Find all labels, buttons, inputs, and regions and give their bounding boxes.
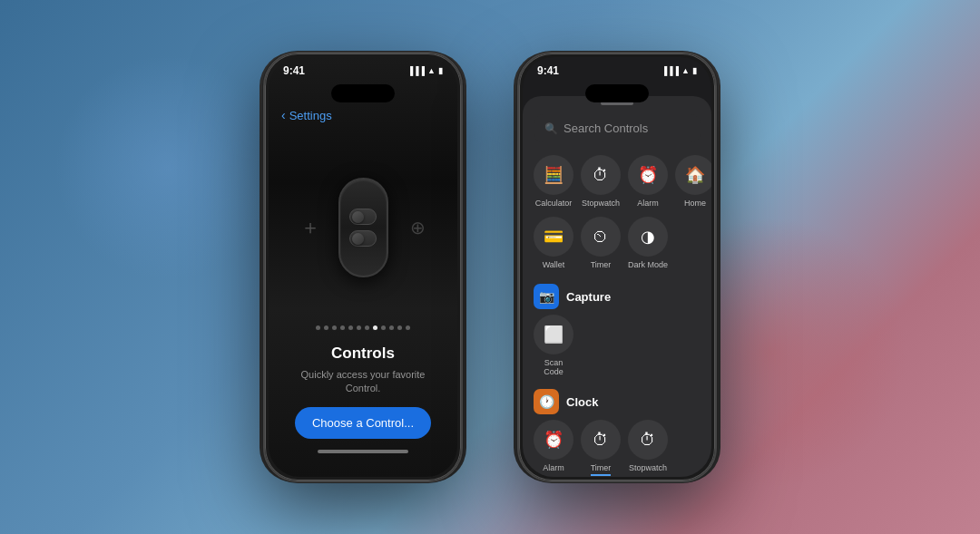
phones-wrapper: 9:41 ▐▐▐ ▲ ▮ ‹ Settings ＋	[0, 0, 980, 534]
right-time: 9:41	[537, 64, 559, 77]
dot-4	[340, 325, 345, 330]
alarm-clock-label: Alarm	[543, 463, 564, 472]
timer-label: Timer	[591, 260, 612, 269]
home-icon: 🏠	[675, 155, 711, 195]
controls-title: Controls	[287, 345, 439, 363]
dot-3	[332, 325, 337, 330]
control-pill	[338, 178, 388, 277]
right-iphone: 9:41 ▐▐▐ ▲ ▮ ‹ Settings 🔍	[517, 52, 717, 482]
bottom-sheet: 🔍 Search Controls 🧮 Calculator ⏱ Stopwat…	[523, 96, 711, 477]
capture-grid: ⬜ Scan Code	[523, 315, 711, 384]
clock-section-label: Clock	[566, 395, 598, 409]
toggle-icon-2	[349, 230, 377, 247]
dot-5	[348, 325, 353, 330]
left-iphone: 9:41 ▐▐▐ ▲ ▮ ‹ Settings ＋	[263, 52, 463, 482]
controls-grid-row2: 💳 Wallet ⏲ Timer ◑ Dark Mode	[523, 217, 711, 278]
calculator-icon: 🧮	[534, 155, 573, 195]
capture-section-header: 📷 Capture	[523, 278, 711, 315]
clock-section-header: 🕐 Clock	[523, 384, 711, 420]
ctrl-wallet[interactable]: 💳 Wallet	[534, 217, 573, 269]
power-button-right	[716, 126, 717, 180]
stopwatch-label: Stopwatch	[582, 199, 620, 208]
scan-code-icon: ⬜	[534, 315, 573, 354]
right-screen: 9:41 ▐▐▐ ▲ ▮ ‹ Settings 🔍	[523, 57, 711, 477]
home-label: Home	[684, 199, 706, 208]
capture-section-label: Capture	[566, 290, 611, 304]
ctrl-alarm-clock[interactable]: ⏰ Alarm	[534, 420, 573, 476]
search-placeholder-text: Search Controls	[564, 121, 648, 135]
back-chevron-left: ‹	[281, 108, 286, 122]
dot-9	[381, 325, 386, 330]
battery-icon-right: ▮	[692, 66, 697, 75]
controls-grid-row1: 🧮 Calculator ⏱ Stopwatch ⏰ Alarm 🏠 Home	[523, 155, 711, 217]
left-screen: 9:41 ▐▐▐ ▲ ▮ ‹ Settings ＋	[269, 57, 457, 477]
stopwatch-clock-icon: ⏱	[628, 420, 668, 460]
alarm-clock-icon: ⏰	[534, 420, 573, 460]
right-status-bar: 9:41 ▐▐▐ ▲ ▮	[523, 57, 711, 81]
stopwatch-icon: ⏱	[581, 155, 621, 195]
timer-clock-label: Timer	[591, 463, 612, 476]
wifi-icon: ▲	[427, 66, 436, 75]
dynamic-island-right	[585, 84, 649, 102]
search-bar[interactable]: 🔍 Search Controls	[534, 114, 701, 142]
dot-7	[365, 325, 369, 330]
dot-8-active	[373, 325, 377, 330]
ctrl-timer-clock[interactable]: ⏱ Timer	[581, 420, 621, 476]
battery-icon: ▮	[438, 66, 443, 75]
left-status-icons: ▐▐▐ ▲ ▮	[407, 66, 443, 75]
dark-mode-label: Dark Mode	[628, 260, 668, 269]
back-label-left: Settings	[289, 109, 332, 122]
left-time: 9:41	[283, 64, 305, 77]
choose-control-button[interactable]: Choose a Control...	[295, 407, 431, 439]
left-home-indicator	[318, 450, 408, 453]
capture-section-icon: 📷	[534, 284, 559, 309]
dark-mode-icon: ◑	[628, 217, 668, 257]
dot-6	[357, 325, 361, 330]
alarm-label: Alarm	[637, 199, 659, 208]
left-nav[interactable]: ‹ Settings	[269, 102, 457, 128]
ctrl-timer[interactable]: ⏲ Timer	[581, 217, 621, 269]
plus-icon[interactable]: ＋	[300, 214, 320, 241]
dynamic-island-left	[331, 84, 395, 102]
toggle-icon	[349, 209, 377, 225]
ctrl-stopwatch[interactable]: ⏱ Stopwatch	[581, 155, 621, 208]
ctrl-calculator[interactable]: 🧮 Calculator	[534, 155, 573, 208]
left-status-bar: 9:41 ▐▐▐ ▲ ▮	[269, 57, 457, 81]
ctrl-scan-code[interactable]: ⬜ Scan Code	[534, 315, 573, 376]
search-icon: 🔍	[544, 122, 558, 135]
controls-subtitle: Quickly access your favorite Control.	[287, 368, 439, 396]
timer-clock-icon: ⏱	[581, 420, 621, 460]
signal-icon-right: ▐▐▐	[662, 66, 679, 75]
scan-code-label: Scan Code	[534, 358, 573, 376]
alarm-icon: ⏰	[628, 155, 668, 195]
ctrl-home[interactable]: 🏠 Home	[675, 155, 711, 208]
dot-11	[397, 325, 402, 330]
calculator-label: Calculator	[535, 199, 573, 208]
power-button	[462, 126, 463, 180]
layers-icon[interactable]: ⊕	[410, 217, 426, 238]
ctrl-dark-mode[interactable]: ◑ Dark Mode	[628, 217, 668, 269]
ctrl-empty	[675, 217, 701, 269]
signal-icon: ▐▐▐	[407, 66, 425, 75]
clock-grid: ⏰ Alarm ⏱ Timer ⏱ Stopwatch	[523, 420, 711, 477]
wallet-label: Wallet	[543, 260, 565, 269]
control-illustration: ＋ ⊕	[269, 137, 457, 318]
controls-text-section: Controls Quickly access your favorite Co…	[269, 337, 457, 407]
wifi-icon-right: ▲	[681, 66, 690, 75]
right-status-icons: ▐▐▐ ▲ ▮	[662, 66, 697, 75]
dot-1	[316, 325, 320, 330]
stopwatch-clock-label: Stopwatch	[629, 463, 667, 472]
wallet-icon: 💳	[534, 217, 573, 257]
dot-2	[324, 325, 328, 330]
ctrl-alarm[interactable]: ⏰ Alarm	[628, 155, 668, 208]
clock-section-icon: 🕐	[534, 389, 559, 414]
dot-12	[406, 325, 410, 330]
timer-icon: ⏲	[581, 217, 621, 257]
dot-10	[389, 325, 394, 330]
ctrl-stopwatch-clock[interactable]: ⏱ Stopwatch	[628, 420, 668, 476]
pagination-dots	[269, 325, 457, 330]
